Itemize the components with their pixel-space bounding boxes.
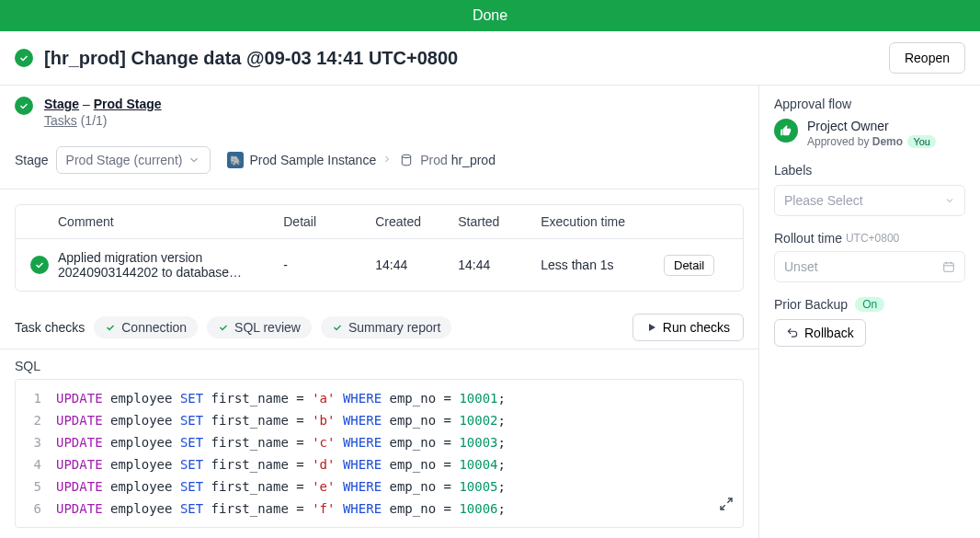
page-header: [hr_prod] Change data @09-03 14:41 UTC+0… <box>0 31 980 86</box>
code-line: 6UPDATE employee SET first_name = 'f' WH… <box>16 498 743 520</box>
breadcrumb-instance[interactable]: Prod Sample Instance <box>249 153 376 167</box>
reopen-button[interactable]: Reopen <box>889 42 965 74</box>
rollout-date-input[interactable]: Unset <box>774 251 965 282</box>
approved-by-text: Approved by <box>807 135 872 148</box>
svg-line-2 <box>727 498 732 503</box>
approval-heading: Approval flow <box>774 97 965 111</box>
stage-check-icon <box>15 97 33 115</box>
row-check-icon <box>30 256 49 274</box>
rollout-placeholder: Unset <box>784 259 818 274</box>
approved-by-user: Demo <box>872 135 903 148</box>
col-exec: Execution time <box>541 214 664 229</box>
stage-link[interactable]: Stage <box>44 97 79 111</box>
task-table: Comment Detail Created Started Execution… <box>15 204 744 292</box>
svg-line-3 <box>721 505 725 509</box>
prior-backup-badge: On <box>855 297 884 312</box>
stage-dropdown[interactable]: Prod Stage (current) <box>56 146 211 174</box>
thumbs-up-icon <box>774 119 798 143</box>
col-created: Created <box>375 214 458 229</box>
stage-summary: Stage – Prod Stage Tasks (1/1) <box>0 86 758 139</box>
detail-button[interactable]: Detail <box>664 255 714 276</box>
row-created: 14:44 <box>375 258 458 272</box>
prior-backup-heading: Prior Backup <box>774 297 848 312</box>
labels-heading: Labels <box>774 163 965 177</box>
check-summary-report[interactable]: Summary report <box>321 316 451 338</box>
dash: – <box>79 97 94 111</box>
breadcrumb-db[interactable]: Prod hr_prod <box>420 153 496 167</box>
chevron-down-icon <box>188 154 200 166</box>
row-started: 14:44 <box>458 258 541 272</box>
code-line: 4UPDATE employee SET first_name = 'd' WH… <box>16 453 743 475</box>
col-detail: Detail <box>283 214 375 229</box>
undo-icon <box>786 326 799 339</box>
sql-editor[interactable]: 1UPDATE employee SET first_name = 'a' WH… <box>15 379 744 528</box>
rollout-heading: Rollout time <box>774 231 842 246</box>
stage-label: Stage <box>15 153 49 167</box>
status-check-icon <box>15 49 33 67</box>
check-sql-review[interactable]: SQL review <box>207 316 312 338</box>
rollback-button[interactable]: Rollback <box>774 319 866 347</box>
expand-icon[interactable] <box>719 496 734 518</box>
run-checks-button[interactable]: Run checks <box>632 314 744 341</box>
code-line: 5UPDATE employee SET first_name = 'e' WH… <box>16 475 743 498</box>
svg-point-0 <box>403 155 411 158</box>
table-row: Applied migration version 20240903144202… <box>16 239 743 291</box>
row-comment: Applied migration version 20240903144202… <box>58 250 283 280</box>
col-comment: Comment <box>58 214 283 229</box>
row-detail-val: - <box>283 258 375 272</box>
svg-rect-4 <box>944 263 954 271</box>
stage-name-link[interactable]: Prod Stage <box>94 97 162 111</box>
chevron-down-icon <box>944 195 955 206</box>
stage-selector-row: Stage Prod Stage (current) 🐘 Prod Sample… <box>0 139 758 189</box>
labels-placeholder: Please Select <box>784 193 863 208</box>
chevron-right-icon <box>382 154 393 165</box>
code-line: 3UPDATE employee SET first_name = 'c' WH… <box>16 431 743 453</box>
sql-label: SQL <box>15 359 744 373</box>
code-line: 2UPDATE employee SET first_name = 'b' WH… <box>16 409 743 431</box>
tasks-count: (1/1) <box>81 113 108 128</box>
stage-dropdown-value: Prod Stage (current) <box>66 153 183 167</box>
play-icon <box>646 322 657 333</box>
col-started: Started <box>458 214 541 229</box>
breadcrumb: 🐘 Prod Sample Instance Prod hr_prod <box>227 152 495 168</box>
calendar-icon <box>942 260 955 273</box>
rollout-tz: UTC+0800 <box>846 232 899 245</box>
approval-role: Project Owner <box>807 119 936 133</box>
database-icon <box>398 152 415 168</box>
row-exec: Less than 1s <box>541 258 664 272</box>
check-connection[interactable]: Connection <box>94 316 198 338</box>
tasks-link[interactable]: Tasks <box>44 113 77 128</box>
page-title: [hr_prod] Change data @09-03 14:41 UTC+0… <box>44 48 458 69</box>
labels-select[interactable]: Please Select <box>774 185 965 216</box>
task-checks-row: Task checks Connection SQL review Summar… <box>0 306 758 349</box>
status-banner: Done <box>0 0 980 31</box>
task-checks-label: Task checks <box>15 320 85 335</box>
postgres-icon: 🐘 <box>227 152 244 168</box>
svg-marker-1 <box>649 324 655 331</box>
code-line: 1UPDATE employee SET first_name = 'a' WH… <box>16 387 743 409</box>
you-badge: You <box>907 135 936 148</box>
